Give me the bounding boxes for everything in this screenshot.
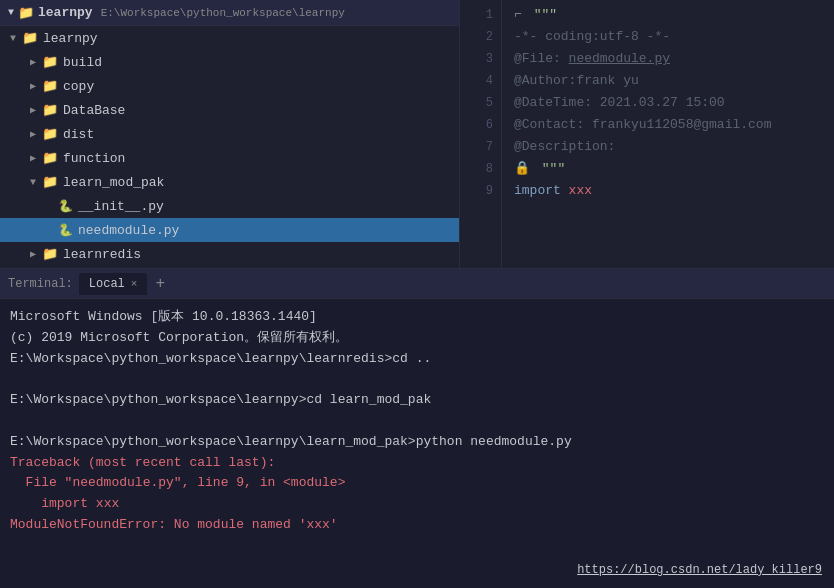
tree-item-learnpy[interactable]: ▼ 📁 learnpy — [0, 26, 459, 50]
code-token: @DateTime: 2021.03.27 15:00 — [514, 95, 725, 110]
root-folder-icon: 📁 — [18, 5, 34, 21]
file-tree: ▼ 📁 learnpy ▶ 📁 build ▶ 📁 copy ▶ — [0, 26, 459, 268]
folder-icon: 📁 — [42, 150, 58, 166]
terminal-content[interactable]: Microsoft Windows [版本 10.0.18363.1440] (… — [0, 299, 834, 588]
tree-arrow: ▶ — [28, 152, 38, 164]
code-token: @Author:frank yu — [514, 73, 639, 88]
code-line-4: @Author:frank yu — [514, 70, 834, 92]
line-num: 5 — [460, 92, 501, 114]
terminal-panel: Terminal: Local × + Microsoft Windows [版… — [0, 268, 834, 588]
code-token: """ — [542, 161, 565, 176]
close-tab-button[interactable]: × — [131, 278, 138, 290]
new-tab-button[interactable]: + — [151, 275, 169, 293]
tree-item-function[interactable]: ▶ 📁 function — [0, 146, 459, 170]
tree-item-learnredis[interactable]: ▶ 📁 learnredis — [0, 242, 459, 266]
code-line-5: @DateTime: 2021.03.27 15:00 — [514, 92, 834, 114]
tree-arrow: ▶ — [28, 80, 38, 92]
tree-arrow: ▶ — [28, 56, 38, 68]
fold-icon: ⌐ — [514, 7, 522, 22]
terminal-tabs: Terminal: Local × + — [0, 269, 834, 299]
line-num: 8 — [460, 158, 501, 180]
terminal-line: E:\Workspace\python_workspace\learnpy\le… — [10, 349, 824, 370]
file-explorer: ▼ 📁 learnpy E:\Workspace\python_workspac… — [0, 0, 460, 268]
tree-arrow: ▶ — [28, 248, 38, 260]
tree-item-learn-mod-pak[interactable]: ▼ 📁 learn_mod_pak — [0, 170, 459, 194]
tree-label: learnredis — [63, 247, 141, 262]
tree-label: copy — [63, 79, 94, 94]
tree-label: learn_mod_pak — [63, 175, 164, 190]
folder-icon: 📁 — [22, 30, 38, 46]
line-numbers: 1 2 3 4 5 6 7 8 9 — [460, 0, 502, 268]
py-icon: 🐍 — [58, 199, 73, 214]
code-line-7: @Description: — [514, 136, 834, 158]
folder-icon: 📁 — [42, 78, 58, 94]
csdn-link[interactable]: https://blog.csdn.net/lady_killer9 — [577, 561, 822, 580]
tree-arrow: ▼ — [8, 33, 18, 44]
code-token-error: xxx — [569, 183, 592, 198]
terminal-tab-local[interactable]: Local × — [79, 273, 148, 295]
tree-label: __init__.py — [78, 199, 164, 214]
terminal-line: E:\Workspace\python_workspace\learnpy>cd… — [10, 390, 824, 411]
tree-arrow: ▶ — [28, 104, 38, 116]
tree-label: function — [63, 151, 125, 166]
code-line-8: 🔒 """ — [514, 158, 834, 180]
line-num: 2 — [460, 26, 501, 48]
terminal-line-error: ModuleNotFoundError: No module named 'xx… — [10, 515, 824, 536]
code-token: @Contact: frankyu112058@gmail.com — [514, 117, 771, 132]
code-token: @File: needmodule.py — [514, 51, 670, 66]
code-line-6: @Contact: frankyu112058@gmail.com — [514, 114, 834, 136]
terminal-line: Microsoft Windows [版本 10.0.18363.1440] — [10, 307, 824, 328]
terminal-line: E:\Workspace\python_workspace\learnpy\le… — [10, 432, 824, 453]
terminal-line — [10, 369, 824, 390]
code-line-2: -*- coding:utf-8 -*- — [514, 26, 834, 48]
code-token: @Description: — [514, 139, 615, 154]
folder-icon: 📁 — [42, 54, 58, 70]
code-token: -*- coding:utf-8 -*- — [514, 29, 670, 44]
folder-icon: 📁 — [42, 246, 58, 262]
tree-item-build[interactable]: ▶ 📁 build — [0, 50, 459, 74]
tree-item-needmodule-py[interactable]: ▶ 🐍 needmodule.py — [0, 218, 459, 242]
tree-label: learnpy — [43, 31, 98, 46]
code-line-9: import xxx — [514, 180, 834, 202]
code-token: import — [514, 183, 569, 198]
line-num: 6 — [460, 114, 501, 136]
terminal-line-error: File "needmodule.py", line 9, in <module… — [10, 473, 824, 494]
project-title: learnpy — [38, 5, 93, 20]
tree-item-database[interactable]: ▶ 📁 DataBase — [0, 98, 459, 122]
line-num: 9 — [460, 180, 501, 202]
folder-icon: 📁 — [42, 102, 58, 118]
tree-arrow: ▶ — [28, 128, 38, 140]
folder-icon: 📁 — [42, 126, 58, 142]
code-area: 1 2 3 4 5 6 7 8 9 ⌐ """ -*- coding:utf-8… — [460, 0, 834, 268]
line-num: 1 — [460, 4, 501, 26]
tab-label: Local — [89, 277, 125, 291]
code-line-1: ⌐ """ — [514, 4, 834, 26]
tree-label: DataBase — [63, 103, 125, 118]
fold-icon: 🔒 — [514, 161, 530, 176]
line-num: 3 — [460, 48, 501, 70]
line-num: 4 — [460, 70, 501, 92]
code-line-3: @File: needmodule.py — [514, 48, 834, 70]
terminal-line-error: import xxx — [10, 494, 824, 515]
tree-label: build — [63, 55, 102, 70]
project-path: E:\Workspace\python_workspace\learnpy — [101, 7, 345, 19]
code-token: """ — [534, 7, 557, 22]
tree-item-copy[interactable]: ▶ 📁 copy — [0, 74, 459, 98]
tree-item-init-py[interactable]: ▶ 🐍 __init__.py — [0, 194, 459, 218]
py-file-icon: 🐍 — [58, 223, 73, 238]
terminal-line-error: Traceback (most recent call last): — [10, 453, 824, 474]
code-editor: 1 2 3 4 5 6 7 8 9 ⌐ """ -*- coding:utf-8… — [460, 0, 834, 268]
tree-arrow: ▼ — [28, 177, 38, 188]
explorer-header: ▼ 📁 learnpy E:\Workspace\python_workspac… — [0, 0, 459, 26]
code-content: ⌐ """ -*- coding:utf-8 -*- @File: needmo… — [502, 0, 834, 268]
header-arrow: ▼ — [8, 7, 14, 18]
tree-label: needmodule.py — [78, 223, 179, 238]
terminal-line — [10, 411, 824, 432]
tree-item-dist[interactable]: ▶ 📁 dist — [0, 122, 459, 146]
terminal-label: Terminal: — [8, 277, 73, 291]
terminal-line: (c) 2019 Microsoft Corporation。保留所有权利。 — [10, 328, 824, 349]
folder-icon: 📁 — [42, 174, 58, 190]
tree-label: dist — [63, 127, 94, 142]
line-num: 7 — [460, 136, 501, 158]
